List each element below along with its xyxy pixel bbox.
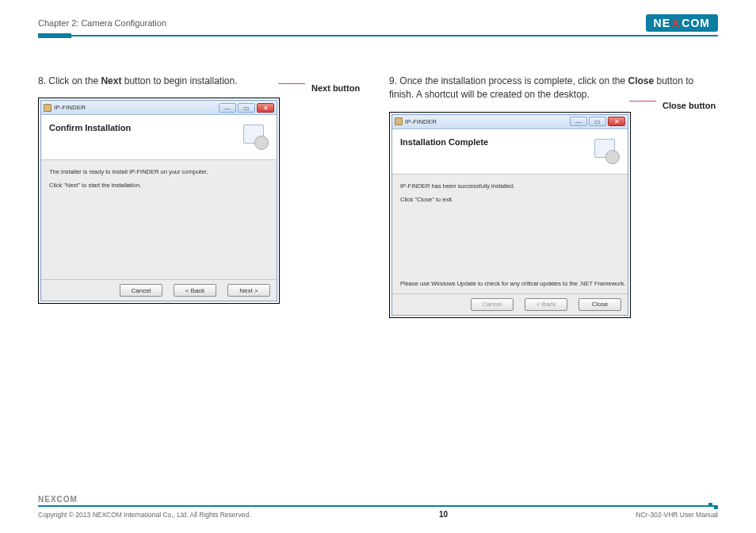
back-button[interactable]: < Back [174,284,216,297]
step-9-bold: Close [628,75,655,86]
install-complete-dialog: IP-FINDER — ▭ ✕ Installation Complete [389,112,631,318]
nexcom-logo: NEXCOM [646,14,718,32]
dialog-titlebar: IP-FINDER — ▭ ✕ [392,115,628,129]
back-button: < Back [525,298,567,311]
footer-copyright: Copyright © 2013 NEXCOM International Co… [38,511,250,519]
logo-text-x: X [672,17,680,29]
step-9-column: 9. Once the installation process is comp… [389,75,718,318]
close-button[interactable]: Close [578,298,621,311]
maximize-button[interactable]: ▭ [589,117,606,126]
window-close-button[interactable]: ✕ [608,117,625,126]
step-8-part-b: button to begin installation. [121,75,237,86]
logo-text-com: COM [682,17,710,29]
dialog-body-line-1: The installer is ready to install IP-FIN… [49,168,269,175]
app-icon [44,104,52,112]
minimize-button[interactable]: — [570,117,587,126]
footer-doc-name: NCr-302-VHR User Manual [636,511,718,519]
confirm-install-dialog: IP-FINDER — ▭ ✕ Confirm Installation [38,98,280,304]
callout-line-next [278,83,305,84]
header-divider [38,35,718,36]
step-8-part-a: Click on the [48,75,101,86]
footer-logo: NEXCOM [38,495,718,504]
dialog-title: IP-FINDER [54,104,86,111]
cancel-button: Cancel [471,298,514,311]
dialog-footnote: Please use Windows Update to check for a… [400,280,626,287]
step-9-text: 9. Once the installation process is comp… [389,75,718,102]
step-8-bold: Next [101,75,121,86]
callout-line-close [629,101,656,102]
step-9-number: 9. [389,75,397,86]
app-icon [395,117,403,125]
dialog-body-line-2: Click "Close" to exit. [400,196,620,203]
dialog-body-line-1: IP-FINDER has been successfully installe… [400,182,620,190]
dialog-body-line-2: Click "Next" to start the installation. [49,182,269,189]
window-close-button[interactable]: ✕ [257,103,274,113]
step-8-column: 8. Click on the Next button to begin ins… [38,75,367,318]
installer-icon [242,123,269,150]
logo-text-ne: NE [654,17,670,29]
next-button[interactable]: Next > [227,284,270,297]
footer-divider [38,505,718,507]
callout-label-close: Close button [662,101,716,110]
step-9-part-a: Once the installation process is complet… [399,75,628,86]
minimize-button[interactable]: — [219,103,236,113]
callout-label-next: Next button [311,83,360,93]
dialog-titlebar: IP-FINDER — ▭ ✕ [41,101,277,115]
step-8-number: 8. [38,75,46,86]
cancel-button[interactable]: Cancel [120,284,162,297]
maximize-button[interactable]: ▭ [238,103,255,113]
installer-icon [593,137,620,164]
dialog-heading: Confirm Installation [49,123,131,132]
dialog-heading: Installation Complete [400,137,488,147]
chapter-title: Chapter 2: Camera Configuration [38,18,166,28]
page-number: 10 [439,510,448,519]
dialog-title: IP-FINDER [405,118,437,125]
